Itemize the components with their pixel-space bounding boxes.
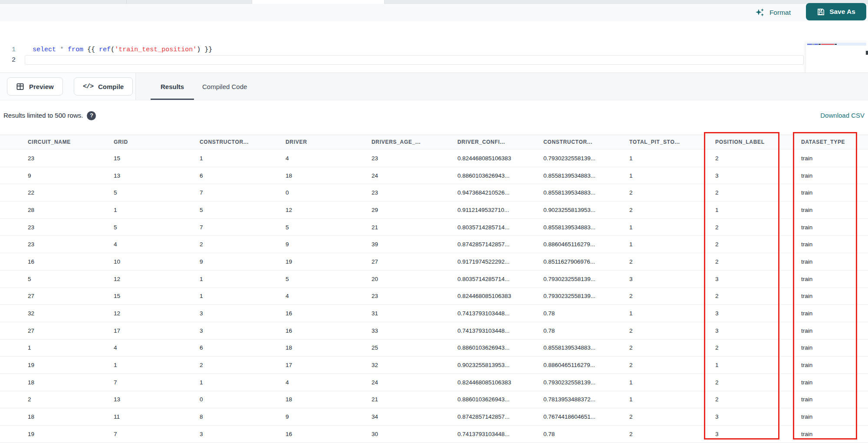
table-cell: 33: [344, 322, 430, 339]
table-cell: 0.8860103626943...: [430, 167, 516, 184]
tab-strip-divider: [126, 0, 127, 4]
table-cell: 1: [86, 357, 172, 374]
code-token: from: [68, 46, 83, 53]
table-cell: 0.8035714285714...: [430, 219, 516, 236]
minimap-token: [812, 44, 814, 45]
table-cell: 6: [172, 340, 258, 357]
table-cell: 27: [0, 322, 86, 339]
active-file-tab[interactable]: [252, 0, 385, 4]
code-line-1[interactable]: select * from {{ ref('train_test_positio…: [33, 45, 212, 55]
table-cell: 0: [258, 184, 344, 201]
table-cell: 18: [0, 408, 86, 425]
table-row: 18714240.8244680851063830.7930232558139.…: [0, 374, 868, 391]
tab-compiled-code[interactable]: Compiled Code: [202, 73, 247, 100]
table-row: 191217320.9023255813953...0.886046511627…: [0, 357, 868, 374]
table-cell: 20: [344, 271, 430, 288]
table-row: 2717316330.7413793103448...0.7823train: [0, 322, 868, 340]
table-cell: 3: [602, 271, 687, 288]
download-csv-link[interactable]: Download CSV: [820, 109, 865, 122]
table-cell: 0.7813953488372...: [516, 391, 602, 408]
table-cell: 7: [172, 184, 258, 201]
table-cell: 0.9473684210526...: [430, 184, 516, 201]
table-row: 3212316310.7413793103448...0.7813train: [0, 305, 868, 322]
table-cell: 9: [0, 167, 86, 184]
table-cell: 0.8742857142857...: [430, 408, 516, 425]
code-token: select: [33, 46, 56, 53]
table-body: 231514230.8244680851063830.7930232558139…: [0, 150, 868, 443]
table-row: 281512290.9112149532710...0.902325581395…: [0, 202, 868, 219]
results-limit-note: Results limited to 500 rows. ?: [3, 109, 96, 122]
table-cell: 1: [602, 150, 687, 167]
minimap-token: [814, 44, 818, 45]
sparkles-icon: [755, 7, 765, 18]
table-cell: 19: [258, 253, 344, 270]
table-cell: 13: [86, 167, 172, 184]
table-cell: 30: [344, 426, 430, 443]
table-cell: 5: [86, 219, 172, 236]
table-cell: 0.78: [516, 305, 602, 322]
table-cell: 0.78: [516, 426, 602, 443]
table-cell: 1: [172, 288, 258, 305]
table-cell: 4: [258, 374, 344, 391]
table-cell: 0.8860103626943...: [430, 340, 516, 357]
help-icon[interactable]: ?: [87, 111, 96, 120]
format-button[interactable]: Format: [755, 4, 791, 21]
table-cell: 27: [0, 288, 86, 305]
table-cell: 16: [258, 322, 344, 339]
code-token: {{: [83, 46, 99, 53]
table-cell: 1: [0, 340, 86, 357]
table-cell: 1: [687, 357, 773, 374]
table-cell: 18: [0, 374, 86, 391]
tab-results[interactable]: Results: [161, 73, 184, 100]
table-header-row: CIRCUIT_NAMEGRIDCONSTRUCTOR...DRIVERDRIV…: [0, 135, 868, 149]
table-cell: 0.7674418604651...: [516, 408, 602, 425]
table-cell: 18: [258, 391, 344, 408]
table-cell: 3: [687, 322, 773, 339]
table-cell: 0.824468085106383: [430, 288, 516, 305]
table-cell: 5: [172, 202, 258, 218]
column-header-driver-confi: DRIVER_CONFI...: [430, 135, 516, 149]
table-cell: 5: [86, 184, 172, 201]
save-as-button[interactable]: Save As: [806, 3, 866, 20]
table-cell: train: [773, 426, 868, 443]
table-cell: 1: [602, 374, 687, 391]
table-cell: train: [773, 219, 868, 236]
table-cell: 22: [0, 184, 86, 201]
code-token: ref: [99, 46, 111, 53]
table-cell: 19: [0, 426, 86, 443]
table-cell: 2: [687, 253, 773, 270]
table-cell: 3: [687, 426, 773, 443]
table-cell: 0.8742857142857...: [430, 236, 516, 253]
table-cell: 39: [344, 236, 430, 253]
table-cell: 8: [172, 408, 258, 425]
table-cell: 1: [602, 391, 687, 408]
table-cell: 10: [86, 253, 172, 270]
table-cell: 0.8558139534883...: [516, 184, 602, 201]
table-cell: 0.8558139534883...: [516, 219, 602, 236]
table-cell: 31: [344, 305, 430, 322]
table-cell: 23: [344, 150, 430, 167]
table-cell: 0.7930232558139...: [516, 288, 602, 305]
table-cell: 9: [258, 408, 344, 425]
table-cell: 0.9023255813953...: [430, 357, 516, 374]
table-cell: 4: [258, 150, 344, 167]
table-cell: 0.9112149532710...: [430, 202, 516, 218]
preview-button[interactable]: Preview: [7, 77, 63, 96]
table-cell: 0.824468085106383: [430, 374, 516, 391]
table-cell: 15: [86, 150, 172, 167]
table-cell: 2: [602, 253, 687, 270]
table-cell: 6: [172, 167, 258, 184]
compile-button[interactable]: </> Compile: [74, 77, 133, 96]
code-token: [56, 46, 60, 53]
line-number-1: 1: [3, 45, 16, 55]
table-cell: 2: [687, 374, 773, 391]
table-cell: train: [773, 167, 868, 184]
actions-section: Preview </> Compile: [0, 73, 136, 100]
column-header-drivers-age: DRIVERS_AGE_...: [344, 135, 430, 149]
table-cell: 2: [602, 340, 687, 357]
sql-editor[interactable]: 1 2 select * from {{ ref('train_test_pos…: [0, 21, 868, 73]
table-cell: 23: [0, 150, 86, 167]
table-cell: train: [773, 305, 868, 322]
table-cell: 3: [172, 305, 258, 322]
column-header-position-label: POSITION_LABEL: [687, 135, 773, 149]
